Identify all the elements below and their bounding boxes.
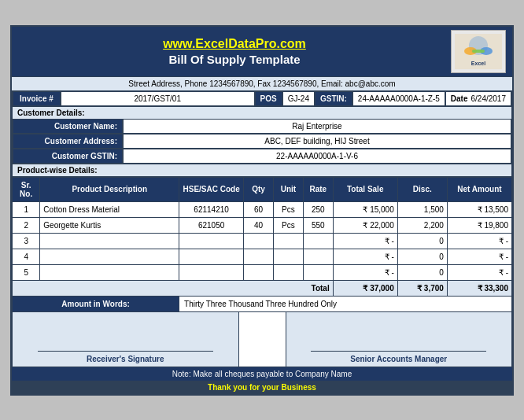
- col-hse-sac: HSE/SAC Code: [179, 177, 244, 201]
- footer-thanks: Thank you for your Business: [12, 381, 512, 394]
- title-text: Bill Of Supply Template: [168, 53, 300, 66]
- svg-rect-4: [472, 50, 485, 53]
- sig-left: Receiver's Signature: [13, 312, 239, 367]
- col-net-amount: Net Amount: [447, 177, 511, 201]
- col-unit: Unit: [273, 177, 303, 201]
- customer-gstin-label: Customer GSTIN:: [13, 149, 123, 164]
- logo: Excel: [451, 30, 506, 73]
- table-row: 4 ₹ - 0 ₹ -: [13, 249, 512, 264]
- customer-gstin-value: 22-AAAAA0000A-1-V-6: [123, 149, 511, 164]
- table-row: 5 ₹ - 0 ₹ -: [13, 264, 512, 280]
- total-sale-value: ₹ 37,000: [333, 280, 397, 296]
- table-row: 3 ₹ - 0 ₹ -: [13, 233, 512, 249]
- amount-words-value: Thirty Three Thousand Three Hundred Only: [179, 296, 512, 311]
- customer-address-label: Customer Address:: [13, 134, 123, 149]
- svg-text:Excel: Excel: [471, 61, 485, 66]
- date-section: Date 6/24/2017: [445, 91, 511, 106]
- pos-value: GJ-24: [282, 91, 315, 106]
- table-header-row: Sr. No. Product Description HSE/SAC Code…: [13, 177, 512, 201]
- col-disc: Disc.: [397, 177, 447, 201]
- total-disc-value: ₹ 3,700: [397, 280, 447, 296]
- invoice-number: 2017/GST/01: [61, 91, 255, 106]
- col-qty: Qty: [244, 177, 274, 201]
- footer-note: Note: Make all cheques payable to Compan…: [12, 367, 512, 381]
- header-title-area: www.ExcelDataPro.com Bill Of Supply Temp…: [18, 30, 451, 73]
- gstin-value: 24-AAAAA0000A-1-Z-5: [352, 91, 445, 106]
- amount-words-label: Amount in Words:: [13, 296, 179, 311]
- product-table: Sr. No. Product Description HSE/SAC Code…: [12, 177, 512, 312]
- table-row: 1 Cotton Dress Material 62114210 60 Pcs …: [13, 201, 512, 217]
- accounts-manager-label: Senior Accounts Manager: [350, 355, 447, 363]
- customer-name-row: Customer Name: Raj Enterprise: [13, 119, 511, 134]
- address-bar: Street Address, Phone 1234567890, Fax 12…: [12, 76, 512, 91]
- receiver-signature-label: Receiver's Signature: [87, 355, 164, 363]
- invoice-label: Invoice #: [13, 91, 61, 106]
- customer-address-row: Customer Address: ABC, DEF building, HIJ…: [13, 134, 511, 149]
- date-label: Date: [451, 94, 468, 103]
- pos-label: POS: [255, 91, 282, 106]
- amount-words-row: Amount in Words: Thirty Three Thousand T…: [13, 296, 512, 311]
- col-description: Product Description: [40, 177, 179, 201]
- total-net-value: ₹ 33,300: [447, 280, 511, 296]
- header-top: www.ExcelDataPro.com Bill Of Supply Temp…: [12, 27, 512, 76]
- signature-section: Receiver's Signature Senior Accounts Man…: [12, 312, 512, 367]
- total-label: Total: [13, 280, 334, 296]
- customer-gstin-row: Customer GSTIN: 22-AAAAA0000A-1-V-6: [13, 149, 511, 164]
- product-section-label: Product-wise Details:: [12, 164, 512, 177]
- customer-name-value: Raj Enterprise: [123, 119, 511, 134]
- sig-right: Senior Accounts Manager: [286, 312, 512, 367]
- customer-address-value: ABC, DEF building, HIJ Street: [123, 134, 511, 149]
- address-text: Street Address, Phone 1234567890, Fax 12…: [128, 79, 395, 88]
- table-row: 2 Georgette Kurtis 621050 40 Pcs 550 ₹ 2…: [13, 217, 512, 233]
- col-sr: Sr. No.: [13, 177, 40, 201]
- customer-section: Customer Details: Customer Name: Raj Ent…: [12, 107, 512, 164]
- col-rate: Rate: [303, 177, 333, 201]
- logo-svg: Excel: [455, 34, 502, 69]
- customer-header: Customer Details:: [13, 107, 511, 119]
- invoice-info-row: Invoice # 2017/GST/01 POS GJ-24 GSTIN: 2…: [12, 91, 512, 107]
- total-row: Total ₹ 37,000 ₹ 3,700 ₹ 33,300: [13, 280, 512, 296]
- date-value: 6/24/2017: [471, 94, 507, 103]
- gstin-label: GSTIN:: [315, 91, 352, 106]
- sig-middle: [239, 312, 286, 367]
- invoice-container: www.ExcelDataPro.com Bill Of Supply Temp…: [10, 25, 514, 396]
- website-text: www.ExcelDataPro.com: [163, 37, 306, 51]
- customer-name-label: Customer Name:: [13, 119, 123, 134]
- col-total-sale: Total Sale: [333, 177, 397, 201]
